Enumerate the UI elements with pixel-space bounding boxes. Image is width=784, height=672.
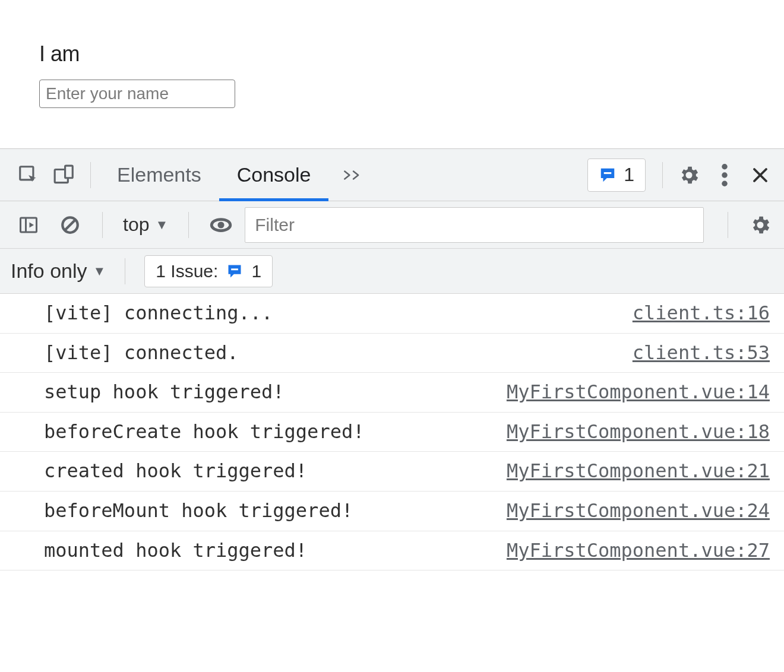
issue-chip[interactable]: 1 Issue: 1 <box>144 255 273 287</box>
svg-point-5 <box>722 172 728 178</box>
log-row[interactable]: mounted hook triggered! MyFirstComponent… <box>0 531 784 571</box>
issues-count: 1 <box>624 164 634 186</box>
console-toolbar: top ▼ <box>0 201 784 249</box>
divider <box>728 212 728 238</box>
live-expression-icon[interactable] <box>203 207 239 243</box>
device-toolbar-icon[interactable] <box>46 157 82 193</box>
divider <box>125 258 125 284</box>
svg-rect-16 <box>232 268 239 270</box>
issues-badge[interactable]: 1 <box>587 159 646 192</box>
page-heading: I am <box>39 42 784 66</box>
toggle-sidebar-icon[interactable] <box>11 207 46 243</box>
svg-marker-11 <box>30 222 34 227</box>
log-row[interactable]: beforeCreate hook triggered! MyFirstComp… <box>0 413 784 452</box>
name-input[interactable] <box>39 80 235 108</box>
kebab-menu-icon[interactable] <box>707 157 742 193</box>
log-source-link[interactable]: client.ts:53 <box>633 341 770 366</box>
svg-point-4 <box>722 164 728 170</box>
devtools-panel: Elements Console 1 <box>0 148 784 570</box>
chat-icon <box>599 166 617 184</box>
console-settings-icon[interactable] <box>742 207 778 243</box>
log-level-select[interactable]: Info only ▼ <box>11 259 106 283</box>
log-source-link[interactable]: MyFirstComponent.vue:21 <box>507 459 770 484</box>
chevron-down-icon: ▼ <box>155 217 168 233</box>
svg-point-6 <box>722 180 728 186</box>
log-row[interactable]: [vite] connected. client.ts:53 <box>0 334 784 373</box>
log-row[interactable]: setup hook triggered! MyFirstComponent.v… <box>0 373 784 413</box>
console-log-list: [vite] connecting... client.ts:16 [vite]… <box>0 294 784 570</box>
inspect-element-icon[interactable] <box>11 157 46 193</box>
log-source-link[interactable]: MyFirstComponent.vue:27 <box>507 538 770 563</box>
tab-elements[interactable]: Elements <box>99 149 219 201</box>
log-row[interactable]: [vite] connecting... client.ts:16 <box>0 294 784 334</box>
svg-rect-2 <box>65 166 73 178</box>
log-level-label: Info only <box>11 259 87 283</box>
console-filter-input[interactable] <box>245 207 704 243</box>
tab-console[interactable]: Console <box>219 149 329 201</box>
log-message: mounted hook triggered! <box>44 538 307 563</box>
log-message: [vite] connecting... <box>44 301 273 326</box>
log-row[interactable]: created hook triggered! MyFirstComponent… <box>0 452 784 492</box>
context-label: top <box>123 214 149 236</box>
settings-icon[interactable] <box>671 157 707 193</box>
log-source-link[interactable]: client.ts:16 <box>633 301 770 326</box>
clear-console-icon[interactable] <box>52 207 88 243</box>
log-message: created hook triggered! <box>44 459 307 484</box>
log-source-link[interactable]: MyFirstComponent.vue:14 <box>507 380 770 405</box>
svg-rect-9 <box>21 218 37 232</box>
more-tabs-icon[interactable] <box>328 167 378 183</box>
log-message: beforeCreate hook triggered! <box>44 420 364 445</box>
divider <box>102 212 103 238</box>
issue-chip-label: 1 Issue: <box>156 261 218 281</box>
divider <box>662 162 663 188</box>
log-row[interactable]: beforeMount hook triggered! MyFirstCompo… <box>0 492 784 531</box>
log-source-link[interactable]: MyFirstComponent.vue:24 <box>507 499 770 524</box>
divider <box>188 212 189 238</box>
log-message: [vite] connected. <box>44 341 239 366</box>
svg-point-15 <box>218 221 225 228</box>
log-message: setup hook triggered! <box>44 380 284 405</box>
context-select[interactable]: top ▼ <box>117 214 174 236</box>
svg-line-13 <box>65 220 75 230</box>
level-row: Info only ▼ 1 Issue: 1 <box>0 249 784 294</box>
log-source-link[interactable]: MyFirstComponent.vue:18 <box>507 420 770 445</box>
divider <box>90 162 91 188</box>
issue-chip-count: 1 <box>251 261 261 281</box>
chat-icon <box>226 263 243 280</box>
log-message: beforeMount hook triggered! <box>44 499 353 524</box>
chevron-down-icon: ▼ <box>93 264 106 279</box>
svg-rect-3 <box>604 172 612 174</box>
devtools-tabbar: Elements Console 1 <box>0 149 784 201</box>
close-devtools-icon[interactable] <box>742 157 778 193</box>
